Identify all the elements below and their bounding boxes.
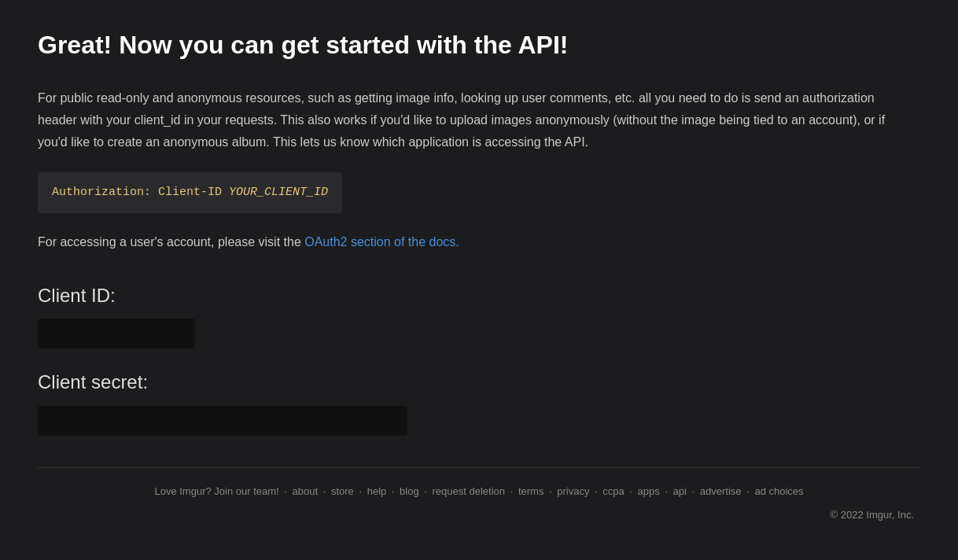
- oauth-text: For accessing a user's account, please v…: [38, 232, 920, 252]
- footer-link-ccpa[interactable]: ccpa: [602, 485, 624, 497]
- footer-link-ad-choices[interactable]: ad choices: [754, 485, 803, 497]
- footer-link-request-deletion[interactable]: request deletion: [433, 485, 506, 497]
- footer-links: Love Imgur? Join our team! · about · sto…: [38, 484, 920, 500]
- footer-link-love-imgur[interactable]: Love Imgur? Join our team!: [154, 485, 278, 497]
- client-id-section: Client ID:: [38, 281, 920, 348]
- footer-link-api[interactable]: api: [673, 485, 687, 497]
- client-secret-value: [38, 406, 407, 436]
- client-id-label: Client ID:: [38, 281, 920, 311]
- page-title: Great! Now you can get started with the …: [38, 25, 920, 65]
- footer-link-store[interactable]: store: [331, 485, 354, 497]
- authorization-code-block: Authorization: Client-ID YOUR_CLIENT_ID: [38, 172, 342, 213]
- footer-link-terms[interactable]: terms: [518, 485, 544, 497]
- footer-copyright: © 2022 Imgur, Inc.: [38, 507, 920, 524]
- footer-link-help[interactable]: help: [367, 485, 387, 497]
- footer-link-advertise[interactable]: advertise: [700, 485, 742, 497]
- client-id-value: [38, 319, 195, 348]
- client-secret-label: Client secret:: [38, 367, 920, 397]
- footer-link-blog[interactable]: blog: [400, 485, 419, 497]
- code-placeholder: YOUR_CLIENT_ID: [229, 186, 328, 199]
- oauth-text-before: For accessing a user's account, please v…: [38, 235, 304, 249]
- oauth-link[interactable]: OAuth2 section of the docs.: [304, 235, 459, 249]
- description-text: For public read-only and anonymous resou…: [38, 87, 903, 153]
- client-secret-section: Client secret:: [38, 367, 920, 435]
- page-container: Great! Now you can get started with the …: [0, 0, 958, 543]
- footer: Love Imgur? Join our team! · about · sto…: [38, 467, 920, 525]
- footer-link-privacy[interactable]: privacy: [557, 485, 589, 497]
- footer-link-apps[interactable]: apps: [638, 485, 660, 497]
- code-prefix: Authorization: Client-ID: [52, 186, 229, 199]
- footer-link-about[interactable]: about: [293, 485, 319, 497]
